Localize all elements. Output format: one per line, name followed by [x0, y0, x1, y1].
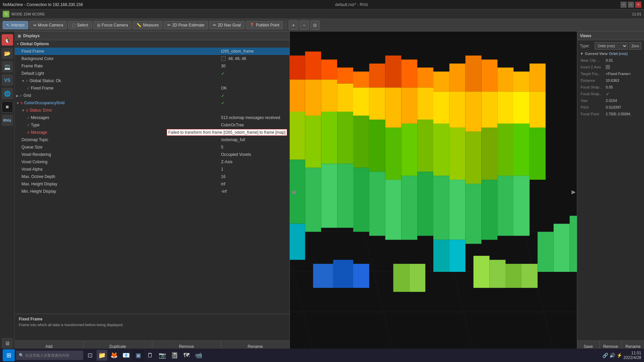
svg-rect-60 [530, 128, 546, 180]
sysbar-time: 11:01 [632, 12, 641, 16]
taskbar-app3-icon[interactable]: 📓 [169, 350, 180, 361]
taskbar-app4-icon[interactable]: 🗺 [181, 350, 192, 361]
message-row[interactable]: ⊗ Message Failed to transform from frame… [15, 129, 289, 136]
status-error-row[interactable]: ▼ ⊗ Status: Error [15, 107, 289, 114]
svg-rect-94 [554, 224, 570, 272]
voxel-alpha-row[interactable]: Voxel Alpha 1 [15, 166, 289, 173]
grid-expand-icon: ▶ [16, 94, 19, 98]
svg-rect-71 [417, 172, 433, 236]
system-bar: N MODE 15W 6CORE 11:01 [0, 9, 644, 19]
sidebar-icon-terminal2[interactable]: ■ [2, 101, 13, 113]
zoom-out-button[interactable]: − [300, 20, 309, 30]
type-row[interactable]: ✓ Type ColorOcTree [15, 121, 289, 129]
grid-row[interactable]: ▶ ✓ Grid ✓ [15, 92, 289, 99]
distance-label: Distance [581, 78, 606, 82]
sidebar-icon-browser[interactable]: 🌐 [2, 88, 13, 99]
target-frame-row: Target Fra... <Fixed Frame> [580, 70, 641, 77]
voxel-coloring-row[interactable]: Voxel Coloring Z-Axis [15, 158, 289, 166]
tray-icon-1: 🔗 [602, 353, 608, 358]
voxel-rendering-row[interactable]: Voxel Rendering Occupied Voxels [15, 151, 289, 158]
status-ok-icon: ✓ [25, 79, 29, 83]
taskbar-app5-icon[interactable]: 📹 [193, 350, 204, 361]
start-button[interactable]: ⊞ [3, 349, 15, 361]
sidebar-icon-more[interactable]: 🖥 [2, 338, 13, 349]
taskbar-files-icon[interactable]: 📁 [97, 350, 107, 361]
ff-status-ok-icon: ✓ [27, 86, 30, 90]
svg-rect-22 [481, 60, 497, 92]
max-octree-depth-row[interactable]: Max. Octree Depth 16 [15, 173, 289, 180]
taskbar-email-icon[interactable]: 📧 [121, 350, 131, 361]
pitch-label: Pitch [581, 105, 606, 109]
svg-rect-48 [337, 112, 353, 164]
views-type-select[interactable]: Orbit (rviz) [595, 42, 628, 50]
svg-rect-50 [369, 120, 385, 172]
background-color-row[interactable]: Background Color 48; 48; 48 [15, 55, 289, 62]
pose-estimate-button[interactable]: ✏ 2D Pose Estimate [164, 21, 208, 29]
3d-viewport[interactable]: ◀ ▶ [290, 32, 577, 352]
svg-rect-82 [449, 240, 466, 272]
messages-row[interactable]: ✓ Messages 513 octomap messages received [15, 114, 289, 121]
viewport-arrow-right[interactable]: ▶ [572, 189, 576, 195]
zoom-fit-button[interactable]: ⊙ [310, 20, 320, 30]
max-height-row[interactable]: Max. Height Display inf [15, 180, 289, 188]
move-camera-button[interactable]: ⇔ Move Camera [30, 21, 67, 29]
min-height-row[interactable]: Min. Height Display -inf [15, 188, 289, 195]
svg-rect-84 [333, 260, 353, 288]
svg-rect-89 [474, 256, 490, 288]
svg-rect-64 [305, 168, 321, 232]
frame-rate-row[interactable]: Frame Rate 30 [15, 62, 289, 70]
default-light-row[interactable]: Default Light ✓ [15, 70, 289, 77]
svg-rect-77 [514, 176, 530, 236]
svg-rect-33 [385, 87, 401, 128]
system-tray: 🔗 🔊 ⚡ 11:01 2022/4/28 [602, 351, 641, 360]
zoom-in-button[interactable]: + [289, 20, 298, 30]
zero-button[interactable]: Zero [629, 42, 641, 50]
yaw-label: Yaw [581, 99, 606, 103]
publish-point-button[interactable]: 📍 Publish Point [246, 21, 283, 29]
measure-button[interactable]: 📏 Measure [133, 21, 162, 29]
svg-rect-67 [353, 168, 369, 232]
select-button[interactable]: ⬚ Select [68, 21, 92, 29]
displays-content[interactable]: ▼ Global Options Fixed Frame t265_odom_f… [15, 40, 289, 314]
focus-camera-button[interactable]: ◎ Focus Camera [93, 21, 132, 29]
svg-rect-87 [393, 264, 410, 292]
sidebar-icon-home[interactable]: 🐧 [2, 34, 13, 46]
taskbar-terminal-icon[interactable]: ▣ [133, 350, 144, 361]
views-type-row: Type: Orbit (rviz) Zero [580, 42, 641, 50]
focal-shape1-value: 0.05 [606, 85, 613, 89]
sidebar-icon-rviz[interactable]: RViz [2, 115, 13, 126]
svg-rect-91 [505, 264, 522, 288]
interact-button[interactable]: ↖ Interact [3, 21, 28, 29]
taskbar-app1-icon[interactable]: 🗒 [145, 350, 156, 361]
taskbar-search[interactable]: 🔍 在这里输入你要搜索的内容 [16, 351, 83, 360]
viewport-arrow-left[interactable]: ◀ [291, 189, 295, 195]
distance-value: 10.6363 [606, 78, 619, 82]
svg-rect-81 [433, 240, 449, 272]
taskbar-app2-icon[interactable]: 📷 [157, 350, 168, 361]
sidebar-icon-vscode[interactable]: VS [2, 74, 13, 86]
maximize-button[interactable]: □ [628, 2, 634, 8]
sidebar-icon-terminal[interactable]: 💻 [2, 61, 13, 72]
fixed-frame-row[interactable]: Fixed Frame t265_odom_frame [15, 48, 289, 55]
minimize-button[interactable]: ─ [621, 2, 627, 8]
svg-rect-66 [337, 164, 353, 228]
global-options-row[interactable]: ▼ Global Options [15, 40, 289, 48]
task-view-button[interactable]: ⊡ [85, 350, 95, 361]
queue-size-row[interactable]: Queue Size 5 [15, 143, 289, 151]
svg-rect-69 [385, 180, 401, 240]
svg-rect-80 [290, 224, 305, 260]
svg-rect-29 [321, 79, 337, 112]
fixed-frame-status-row[interactable]: ✓ Fixed Frame OK [15, 84, 289, 92]
toolbar: ↖ Interact ⇔ Move Camera ⬚ Select ◎ Focu… [0, 19, 644, 32]
close-button[interactable]: ✕ [635, 2, 641, 8]
invert-z-checkbox[interactable] [606, 65, 610, 69]
taskbar-browser-icon[interactable]: 🦊 [109, 350, 119, 361]
octomap-topic-row[interactable]: Octomap Topic /octomap_full [15, 136, 289, 143]
sidebar-icon-files[interactable]: 📂 [2, 48, 13, 59]
svg-rect-30 [337, 83, 353, 112]
color-occupancy-grid-row[interactable]: ▼ ⊗ ColorOccupancyGrid ✓ [15, 99, 289, 107]
global-status-row[interactable]: ▼ ✓ Global Status: Ok [15, 77, 289, 84]
nav-goal-button[interactable]: ✏ 2D Nav Goal [209, 21, 245, 29]
cursor-icon: ↖ [6, 23, 10, 27]
svg-rect-28 [305, 79, 321, 116]
